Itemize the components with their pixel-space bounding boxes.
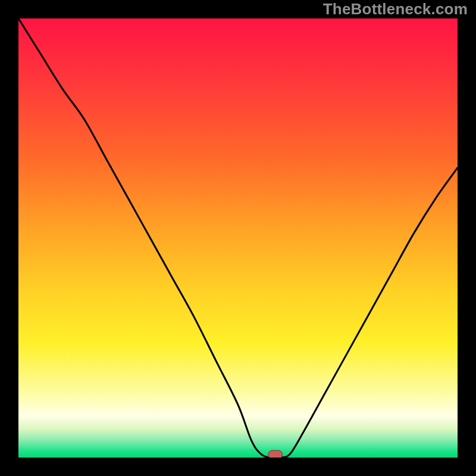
watermark-text: TheBottleneck.com xyxy=(323,0,468,18)
chart-plot-area xyxy=(18,18,458,458)
optimal-point-marker xyxy=(268,450,283,458)
chart-svg xyxy=(18,18,458,458)
gradient-background xyxy=(18,18,458,458)
outer-frame: TheBottleneck.com xyxy=(0,0,476,476)
